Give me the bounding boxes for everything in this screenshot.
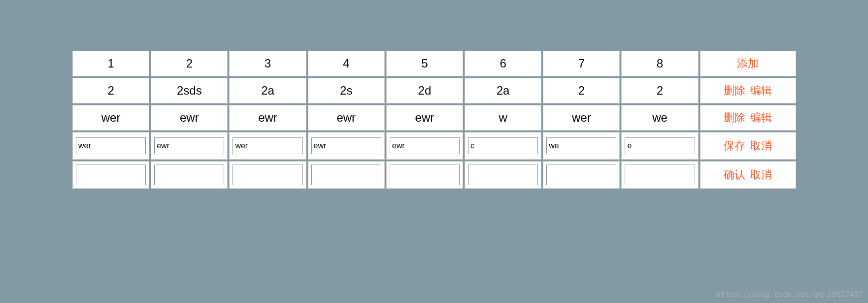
- action-cell: 保存 取消: [700, 132, 796, 160]
- data-cell: we: [621, 105, 698, 131]
- header-cell: 6: [465, 51, 541, 76]
- edit-cell: [621, 132, 698, 160]
- edit-cell: [151, 132, 228, 160]
- edit-input[interactable]: [233, 137, 302, 154]
- edit-input[interactable]: [76, 137, 146, 154]
- edit-input[interactable]: [154, 137, 224, 154]
- save-button[interactable]: 保存: [724, 139, 745, 152]
- table-edit-row: 保存 取消: [72, 132, 796, 160]
- header-cell: 7: [543, 51, 620, 76]
- table-header-row: 1 2 3 4 5 6 7 8 添加: [72, 51, 796, 76]
- data-cell: 2sds: [151, 78, 228, 103]
- edit-cell: [229, 132, 306, 160]
- header-cell: 3: [229, 51, 306, 76]
- edit-input[interactable]: [311, 137, 381, 154]
- new-input[interactable]: [311, 165, 381, 185]
- new-input[interactable]: [546, 165, 616, 185]
- data-cell: ewr: [229, 105, 306, 131]
- edit-input[interactable]: [625, 137, 695, 154]
- new-input[interactable]: [625, 165, 695, 185]
- header-cell: 8: [621, 51, 698, 76]
- action-cell: 确认 取消: [700, 161, 796, 189]
- new-input[interactable]: [468, 165, 538, 185]
- data-cell: 2: [621, 78, 698, 103]
- edit-cell: [72, 132, 149, 160]
- cancel-button[interactable]: 取消: [750, 139, 772, 152]
- new-cell: [72, 161, 149, 189]
- data-cell: ewr: [308, 105, 385, 131]
- new-input[interactable]: [76, 165, 146, 185]
- action-cell: 删除 编辑: [700, 105, 796, 131]
- new-input[interactable]: [233, 165, 302, 185]
- table-row: wer ewr ewr ewr ewr w wer we 删除 编辑: [72, 105, 796, 131]
- confirm-button[interactable]: 确认: [724, 168, 745, 181]
- table-row: 2 2sds 2a 2s 2d 2a 2 2 删除 编辑: [72, 78, 796, 103]
- table-new-row: 确认 取消: [72, 161, 796, 189]
- edit-input[interactable]: [468, 137, 538, 154]
- new-input[interactable]: [154, 165, 224, 185]
- data-cell: 2a: [465, 78, 541, 103]
- data-table: 1 2 3 4 5 6 7 8 添加 2 2sds 2a 2s 2d 2a 2 …: [71, 49, 798, 190]
- header-action-cell: 添加: [700, 51, 796, 76]
- data-table-container: 1 2 3 4 5 6 7 8 添加 2 2sds 2a 2s 2d 2a 2 …: [71, 49, 798, 190]
- data-cell: 2: [72, 78, 149, 103]
- data-cell: w: [465, 105, 541, 131]
- delete-button[interactable]: 删除: [724, 111, 745, 124]
- watermark-text: https://blog.csdn.net/qq_29627497: [716, 290, 863, 299]
- header-cell: 2: [151, 51, 228, 76]
- add-button[interactable]: 添加: [737, 57, 759, 69]
- edit-input[interactable]: [390, 137, 460, 154]
- edit-cell: [308, 132, 385, 160]
- header-cell: 5: [386, 51, 463, 76]
- edit-cell: [386, 132, 463, 160]
- delete-button[interactable]: 删除: [724, 84, 745, 97]
- data-cell: 2a: [229, 78, 306, 103]
- new-cell: [386, 161, 463, 189]
- new-input[interactable]: [390, 165, 460, 185]
- new-cell: [465, 161, 541, 189]
- edit-input[interactable]: [546, 137, 616, 154]
- data-cell: ewr: [151, 105, 228, 131]
- new-cell: [621, 161, 698, 189]
- data-cell: 2s: [308, 78, 385, 103]
- new-cell: [308, 161, 385, 189]
- data-cell: 2: [543, 78, 620, 103]
- action-cell: 删除 编辑: [700, 78, 796, 103]
- data-cell: wer: [72, 105, 149, 131]
- header-cell: 1: [72, 51, 149, 76]
- edit-cell: [465, 132, 541, 160]
- data-cell: 2d: [386, 78, 463, 103]
- new-cell: [151, 161, 228, 189]
- data-cell: ewr: [386, 105, 463, 131]
- edit-button[interactable]: 编辑: [750, 111, 772, 124]
- edit-cell: [543, 132, 620, 160]
- data-cell: wer: [543, 105, 620, 131]
- header-cell: 4: [308, 51, 385, 76]
- edit-button[interactable]: 编辑: [750, 84, 772, 97]
- cancel-button[interactable]: 取消: [750, 168, 772, 181]
- new-cell: [543, 161, 620, 189]
- new-cell: [229, 161, 306, 189]
